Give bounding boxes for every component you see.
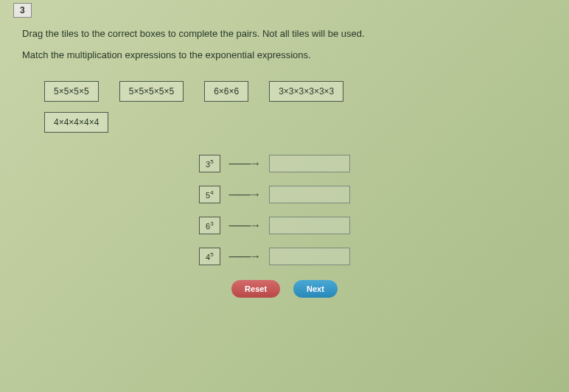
drop-zone-2[interactable] xyxy=(269,186,350,203)
next-button[interactable]: Next xyxy=(293,280,338,298)
match-row-3: 63 ——→ xyxy=(199,217,547,234)
instruction-primary: Drag the tiles to the correct boxes to c… xyxy=(22,28,547,39)
question-number-badge: 3 xyxy=(13,3,32,18)
drop-zone-4[interactable] xyxy=(269,248,350,265)
matching-area: 35 ——→ 54 ——→ 63 ——→ 45 ——→ xyxy=(199,155,547,265)
tile-5x5[interactable]: 5×5×5×5×5 xyxy=(119,81,184,102)
match-row-1: 35 ——→ xyxy=(199,155,547,172)
exponent-box-4-5: 45 xyxy=(199,248,220,265)
match-row-4: 45 ——→ xyxy=(199,248,547,265)
exp-3: 3 xyxy=(210,220,213,227)
arrow-icon: ——→ xyxy=(229,219,260,232)
exp-4: 5 xyxy=(210,251,213,258)
instruction-secondary: Match the multiplication expressions to … xyxy=(22,49,547,60)
reset-button[interactable]: Reset xyxy=(231,280,280,298)
exp-2: 4 xyxy=(210,189,213,196)
exponent-box-5-4: 54 xyxy=(199,186,220,203)
tile-3x6[interactable]: 3×3×3×3×3×3 xyxy=(269,81,343,102)
match-row-2: 54 ——→ xyxy=(199,186,547,203)
exponent-box-3-5: 35 xyxy=(199,155,220,172)
tile-6x3[interactable]: 6×6×6 xyxy=(204,81,248,102)
question-content: Drag the tiles to the correct boxes to c… xyxy=(0,0,569,298)
arrow-icon: ——→ xyxy=(229,157,260,170)
exponent-box-6-3: 63 xyxy=(199,217,220,234)
tile-4x5[interactable]: 4×4×4×4×4 xyxy=(44,112,108,133)
tile-5x4[interactable]: 5×5×5×5 xyxy=(44,81,99,102)
arrow-icon: ——→ xyxy=(229,188,260,201)
button-bar: Reset Next xyxy=(22,280,547,298)
tiles-row-2: 4×4×4×4×4 xyxy=(44,112,547,133)
arrow-icon: ——→ xyxy=(229,250,260,263)
drop-zone-3[interactable] xyxy=(269,217,350,234)
tiles-row-1: 5×5×5×5 5×5×5×5×5 6×6×6 3×3×3×3×3×3 xyxy=(44,81,547,102)
drop-zone-1[interactable] xyxy=(269,155,350,172)
exp-1: 5 xyxy=(210,158,213,165)
